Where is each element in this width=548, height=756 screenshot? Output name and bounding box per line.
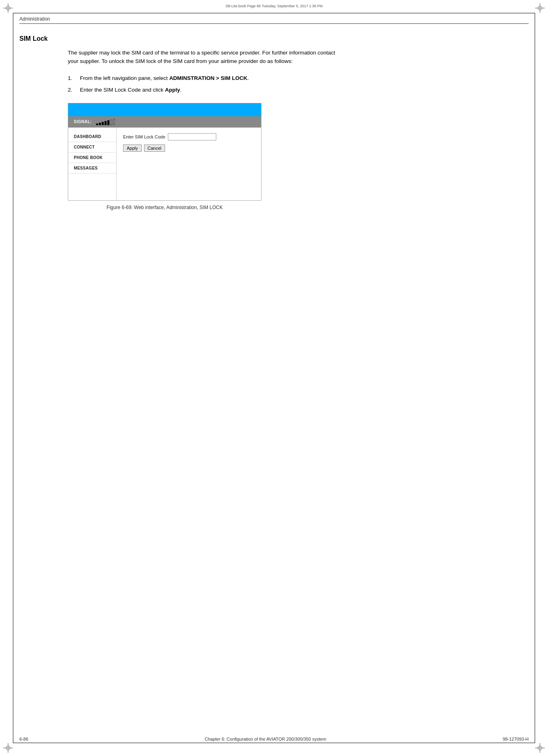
step-2-num: 2. [68,86,77,95]
wi-nav: DASHBOARD CONNECT PHONE BOOK MESSAGES [68,128,117,200]
page-footer: 6-86 Chapter 6: Configuration of the AVI… [19,737,529,741]
signal-bar-5 [107,120,109,125]
signal-bar-6 [110,119,112,125]
wi-signal-bar: SIGNAL: [68,116,261,128]
signal-bar-2 [99,123,101,125]
step-1-text: From the left navigation pane, select AD… [80,74,249,83]
wi-header-bar [68,103,261,116]
footer-center: Chapter 6: Configuration of the AVIATOR … [205,737,326,741]
body-text: The supplier may lock the SIM card of th… [68,49,342,66]
page-border-bottom [13,743,535,743]
steps-container: 1. From the left navigation pane, select… [68,74,529,95]
wi-form-row: Enter SIM Lock Code [123,133,255,140]
cancel-button[interactable]: Cancel [144,144,165,152]
section-header: Administration [19,16,529,24]
figure-caption: Figure 6-69: Web interface, Administrati… [68,205,261,210]
step-2-bold: Apply [165,87,180,93]
step-2-text: Enter the SIM Lock Code and click Apply. [80,86,182,95]
page-border-top [13,13,535,13]
wi-main-panel: Enter SIM Lock Code Apply Cancel [117,128,261,200]
wi-body: DASHBOARD CONNECT PHONE BOOK MESSAGES En… [68,128,261,200]
wi-nav-connect[interactable]: CONNECT [68,142,116,153]
page-content: Administration SIM Lock The supplier may… [19,16,529,737]
corner-mark-tr [535,3,545,13]
corner-mark-tl [3,3,13,13]
corner-mark-bl [3,743,13,753]
signal-bar-3 [102,122,104,125]
step-1-after: . [247,75,249,81]
sim-lock-heading: SIM Lock [19,35,529,42]
wi-nav-dashboard[interactable]: DASHBOARD [68,132,116,142]
sim-lock-code-label: Enter SIM Lock Code [123,134,165,139]
wi-signal-bars [96,119,115,125]
step-2-plain: Enter the SIM Lock Code and click [80,87,165,93]
step-1: 1. From the left navigation pane, select… [68,74,529,83]
page-border-left [13,13,13,743]
step-1-num: 1. [68,74,77,83]
footer-right: 98-127093-H [503,737,529,741]
step-2-after: . [180,87,182,93]
wi-signal-label: SIGNAL: [74,119,92,124]
wi-nav-phonebook[interactable]: PHONE BOOK [68,153,116,163]
step-2: 2. Enter the SIM Lock Code and click App… [68,86,529,95]
signal-bar-4 [105,121,107,125]
signal-bar-1 [96,124,98,125]
apply-button[interactable]: Apply [123,144,142,152]
wi-buttons: Apply Cancel [123,144,255,152]
wi-nav-messages[interactable]: MESSAGES [68,163,116,174]
step-1-bold: ADMINSTRATION > SIM LOCK [169,75,247,81]
page-border-right [535,13,535,743]
page-stamp: SB-Lite.book Page 86 Tuesday, September … [226,4,323,8]
sim-lock-code-input[interactable] [168,133,216,140]
web-interface-mockup: SIGNAL: DASHBOARD CONNECT PHONE BOOK MES… [68,103,261,201]
corner-mark-br [535,743,545,753]
signal-bar-7 [113,119,115,125]
footer-left: 6-86 [19,737,28,741]
step-1-plain: From the left navigation pane, select [80,75,169,81]
